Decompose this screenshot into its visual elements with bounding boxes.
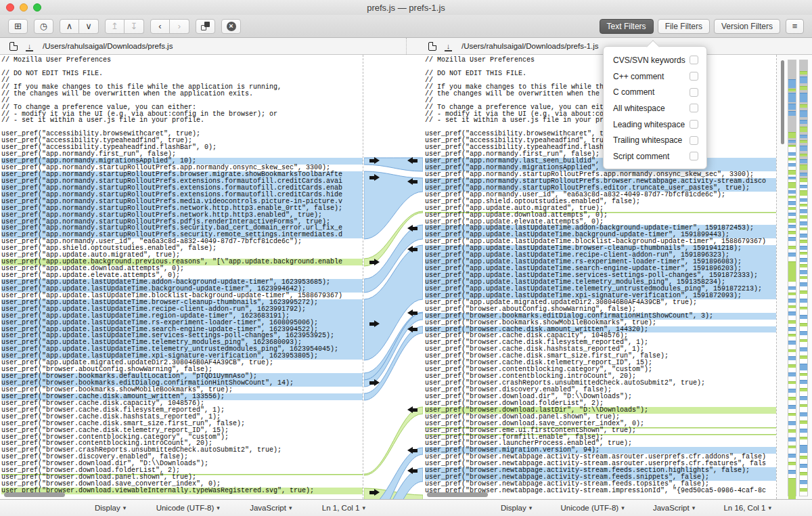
zoom-window-icon[interactable]: [33, 3, 41, 12]
titlebar: prefs.js — prefs-1.js: [0, 0, 812, 15]
merge-right-arrow-icon[interactable]: [369, 259, 380, 266]
display-menu[interactable]: Display▾: [501, 504, 532, 512]
previous-change-button[interactable]: ∧: [60, 19, 79, 34]
next-file-button[interactable]: ›: [170, 19, 189, 34]
encoding-menu[interactable]: Unicode (UTF-8)▾: [561, 504, 625, 512]
merge-left-arrow-icon[interactable]: [407, 467, 418, 475]
merge-button[interactable]: [196, 19, 215, 34]
document-icon[interactable]: [9, 42, 18, 51]
download-icon[interactable]: ↓: [445, 42, 452, 51]
file-filters-button[interactable]: File Filters: [658, 19, 710, 34]
code-line: // - set it within a user.js file in you…: [425, 117, 776, 124]
caret-down-icon: ▾: [289, 504, 292, 511]
close-window-icon[interactable]: [6, 3, 14, 12]
horizontal-scrollbar-right[interactable]: [427, 492, 488, 497]
checkbox-icon[interactable]: [690, 136, 698, 145]
minimap-added-segment: [800, 240, 807, 243]
cursor-position-menu[interactable]: Ln 1, Col 1▾: [322, 504, 365, 512]
caret-down-icon: ▾: [692, 504, 696, 511]
filter-option-row[interactable]: C++ comment: [604, 68, 706, 85]
minimap-added-segment: [788, 196, 796, 198]
minimap-added-segment: [788, 293, 796, 295]
minimap-added-segment: [800, 190, 807, 196]
new-comparison-button[interactable]: ⊞: [8, 19, 28, 34]
first-change-button[interactable]: ↥: [105, 19, 125, 34]
checkbox-icon[interactable]: [690, 88, 698, 97]
left-path-section: ↓ /Users/rahulsaigal/Downloads/prefs.js: [0, 38, 406, 54]
filter-option-row[interactable]: Script comment: [604, 148, 706, 165]
last-change-button[interactable]: ↧: [125, 19, 144, 34]
code-line: // Mozilla User Preferences: [425, 57, 776, 64]
encoding-menu[interactable]: Unicode (UTF-8)▾: [156, 504, 220, 512]
merge-icon: [201, 22, 210, 30]
checkbox-icon[interactable]: [690, 120, 698, 129]
vertical-scrollbar[interactable]: [781, 60, 784, 144]
merge-left-arrow-icon[interactable]: [407, 225, 418, 232]
merge-left-arrow-icon[interactable]: [407, 178, 418, 186]
minimap-added-segment: [800, 373, 807, 376]
merge-left-arrow-icon[interactable]: [407, 157, 418, 165]
close-button[interactable]: ×: [221, 19, 241, 34]
merge-left-arrow-icon[interactable]: [407, 246, 418, 253]
hamburger-menu-icon[interactable]: ≡: [786, 19, 804, 34]
display-menu[interactable]: Display▾: [95, 504, 126, 512]
minimap-added-segment: [800, 388, 807, 391]
next-change-button[interactable]: ∨: [79, 19, 99, 34]
minimap-added-segment: [788, 364, 796, 368]
filter-option-row[interactable]: CVS/SVN keywords: [604, 52, 706, 68]
code-line: // To change a preference value, you can…: [1, 104, 363, 111]
download-icon[interactable]: ↓: [26, 42, 33, 51]
minimize-window-icon[interactable]: [20, 3, 28, 12]
filter-option-row[interactable]: All whitespace: [604, 100, 706, 116]
merge-right-arrow-icon[interactable]: [369, 174, 380, 181]
minimap-added-segment: [788, 219, 796, 223]
filter-option-row[interactable]: C comment: [604, 84, 706, 100]
document-icon[interactable]: [428, 42, 436, 51]
checkbox-icon[interactable]: [690, 56, 698, 64]
merge-right-arrow-icon[interactable]: [369, 157, 380, 165]
minimap-changed-segment: [788, 311, 796, 316]
minimap-changed-segment: [788, 237, 796, 241]
merge-left-arrow-icon[interactable]: [407, 406, 418, 414]
filter-option-row[interactable]: Trailing whitespace: [604, 132, 706, 148]
minimap-left-file[interactable]: [788, 60, 796, 496]
code-line: // DO NOT EDIT THIS FILE.: [1, 70, 363, 77]
language-menu[interactable]: JavaScript▾: [653, 504, 695, 512]
merge-right-arrow-icon[interactable]: [369, 489, 380, 496]
checkbox-icon[interactable]: [690, 72, 698, 81]
minimap-changed-segment: [788, 152, 796, 156]
history-button[interactable]: ◷: [34, 19, 53, 34]
text-filters-button[interactable]: Text Filters: [600, 19, 654, 34]
merge-right-arrow-icon[interactable]: [369, 320, 380, 328]
merge-left-arrow-icon[interactable]: [407, 326, 418, 333]
right-file-path[interactable]: /Users/rahulsaigal/Downloads/prefs-1.js: [461, 42, 599, 50]
checkbox-icon[interactable]: [690, 104, 698, 112]
cursor-position-menu[interactable]: Ln 16, Col 1▾: [723, 504, 771, 512]
minimap-right-file[interactable]: [799, 60, 808, 496]
minimap-changed-segment: [800, 258, 807, 262]
minimap-changed-segment: [788, 299, 796, 303]
code-line: user_pref("browser.cache.disk.telemetry_…: [1, 427, 363, 434]
merge-left-arrow-icon[interactable]: [407, 447, 418, 454]
minimap-changed-segment: [788, 177, 796, 179]
right-code-pane[interactable]: // Mozilla User Preferences // DO NOT ED…: [423, 55, 777, 499]
minimap-added-segment: [788, 334, 796, 337]
previous-file-button[interactable]: ‹: [150, 19, 170, 34]
minimap-added-segment: [800, 228, 807, 230]
merge-left-arrow-icon[interactable]: [407, 309, 418, 317]
filter-option-row[interactable]: Leading whitespace: [604, 116, 706, 133]
toolbar: ⊞◷∧∨↥↧‹›× Text Filters File Filters Vers…: [0, 15, 812, 38]
version-filters-button[interactable]: Version Filters: [714, 19, 780, 34]
merge-right-arrow-icon[interactable]: [369, 379, 380, 387]
language-menu[interactable]: JavaScript▾: [250, 504, 292, 512]
checkbox-icon[interactable]: [690, 152, 698, 160]
horizontal-scrollbar-left[interactable]: [4, 492, 65, 497]
minimap-changed-segment: [800, 282, 807, 286]
minimap-added-segment: [800, 488, 807, 492]
left-code-pane[interactable]: // Mozilla User Preferences // DO NOT ED…: [0, 55, 363, 499]
minimap-added-segment: [788, 305, 796, 308]
minimap-changed-segment: [788, 79, 796, 88]
left-file-path[interactable]: /Users/rahulsaigal/Downloads/prefs.js: [43, 42, 173, 50]
minimap-changed-segment: [788, 163, 796, 167]
minimap-changed-segment: [800, 480, 807, 484]
